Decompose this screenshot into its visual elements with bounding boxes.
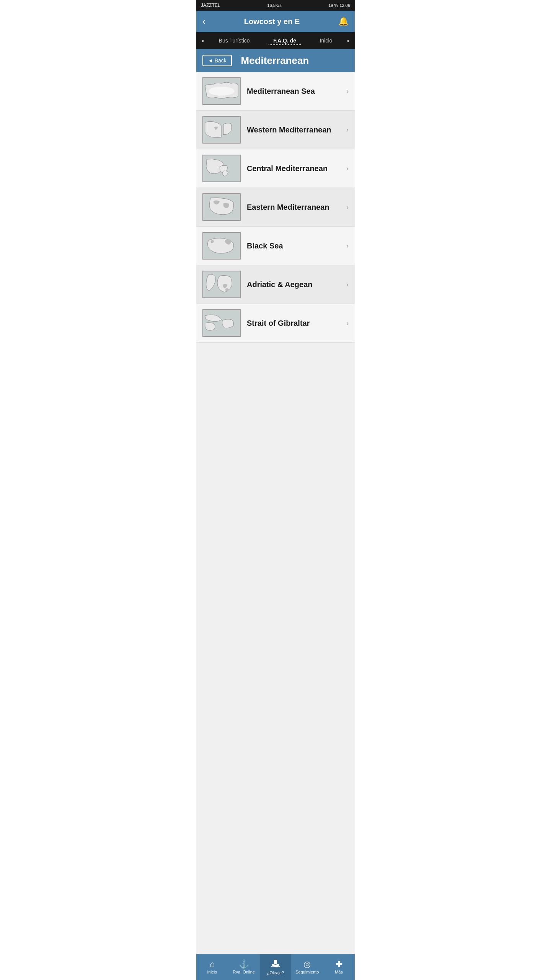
list-item[interactable]: Western Mediterranean › [196,111,355,149]
back-button[interactable]: ◄ Back [202,55,232,66]
nav-right-arrow[interactable]: » [344,36,352,45]
chevron-icon-4: › [346,203,349,211]
bottom-nav-seguimiento-label: Seguimiento [295,970,319,974]
list-item[interactable]: Eastern Mediterranean › [196,188,355,227]
list-item-label-7: Strait of Gibraltar [247,319,343,328]
map-thumbnail-6 [202,271,241,298]
bottom-nav: ⌂ Inicio ⚓ Rva. Online ¿Oleaje? ◎ Seguim… [196,954,355,980]
list-item[interactable]: Mediterranean Sea › [196,72,355,111]
ship-icon [270,959,281,969]
tab-items-container: Bus Turístico F.A.Q. de Inicio [207,36,344,45]
list-item-label-3: Central Mediterranean [247,164,343,173]
list-container: Mediterranean Sea › Western Mediterranea… [196,72,355,954]
home-icon: ⌂ [210,960,215,969]
top-header: ‹ Lowcost y en E 🔔 [196,11,355,32]
back-arrow-icon[interactable]: ‹ [202,16,205,27]
map-thumbnail-7 [202,309,241,337]
tab-inicio[interactable]: Inicio [315,36,337,45]
list-item-label-1: Mediterranean Sea [247,87,343,96]
chevron-icon-7: › [346,319,349,327]
nav-left-arrow[interactable]: « [199,36,207,45]
carrier-text: JAZZTEL [201,3,220,8]
plus-icon: ✚ [336,960,342,969]
location-icon: ◎ [303,960,311,969]
list-item[interactable]: Strait of Gibraltar › [196,304,355,343]
anchor-icon: ⚓ [239,960,249,969]
bottom-nav-inicio-label: Inicio [207,970,217,974]
tab-faq[interactable]: F.A.Q. de [269,36,301,45]
chevron-icon-2: › [346,126,349,134]
bottom-nav-inicio[interactable]: ⌂ Inicio [196,954,228,980]
chevron-icon-5: › [346,242,349,250]
page-header: ◄ Back Mediterranean [196,49,355,72]
list-item-label-4: Eastern Mediterranean [247,203,343,212]
list-item-label-5: Black Sea [247,242,343,250]
bottom-nav-oleaje-label: ¿Oleaje? [267,970,284,975]
list-item-label-2: Western Mediterranean [247,126,343,134]
battery-text: 19 % [328,3,338,8]
bottom-nav-seguimiento[interactable]: ◎ Seguimiento [291,954,323,980]
bell-icon[interactable]: 🔔 [338,16,349,26]
map-thumbnail-1 [202,77,241,105]
svg-rect-8 [274,960,277,964]
svg-point-1 [209,87,234,95]
bottom-nav-mas-label: Más [335,970,343,974]
list-item[interactable]: Adriatic & Aegean › [196,265,355,304]
bottom-nav-rva-label: Rva. Online [233,970,254,974]
page-title: Mediterranean [232,55,318,67]
bottom-nav-rva[interactable]: ⚓ Rva. Online [228,954,260,980]
list-item[interactable]: Central Mediterranean › [196,149,355,188]
app-title: Lowcost y en E [244,17,300,26]
status-right: 19 % 12:06 [328,3,350,8]
tab-bus-turistico[interactable]: Bus Turístico [214,36,254,45]
time-text: 12:06 [339,3,350,8]
chevron-icon-6: › [346,281,349,289]
map-thumbnail-2 [202,116,241,144]
list-item[interactable]: Black Sea › [196,227,355,265]
nav-tabs: « Bus Turístico F.A.Q. de Inicio » [196,32,355,49]
chevron-icon-1: › [346,87,349,95]
bottom-nav-mas[interactable]: ✚ Más [323,954,355,980]
status-bar: JAZZTEL 16,5K/s 19 % 12:06 [196,0,355,11]
chevron-icon-3: › [346,165,349,173]
map-thumbnail-4 [202,193,241,221]
map-thumbnail-5 [202,232,241,260]
list-item-label-6: Adriatic & Aegean [247,280,343,289]
speed-text: 16,5K/s [267,3,281,8]
bottom-nav-oleaje[interactable]: ¿Oleaje? [260,954,292,980]
map-thumbnail-3 [202,155,241,182]
